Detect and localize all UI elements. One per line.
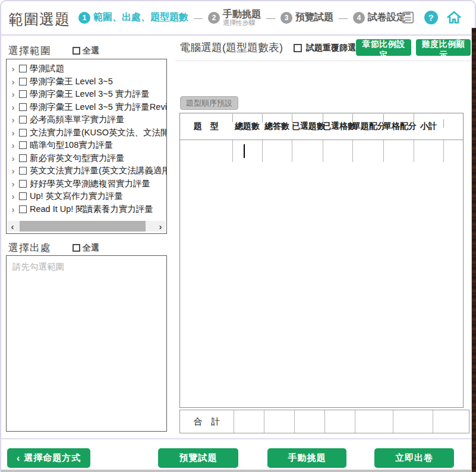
tree-item-checkbox[interactable] (19, 103, 27, 111)
column-header: 題 型 (180, 121, 232, 132)
source-select-all-checkbox[interactable] (72, 244, 80, 252)
range-tree-panel: ›學測試題 ›學測字彙王 Level 3~5 ›學測字彙王 Level 3~5 … (6, 59, 167, 234)
tree-item-label: 英文文法實力評量(英文文法講義適用) (30, 165, 166, 176)
selected-questions-cell[interactable] (292, 140, 323, 162)
step-2-text: 手動挑題 選擇性步驟 (223, 9, 261, 27)
summary-label: 合 計 (180, 410, 234, 433)
step-2-label: 手動挑題 (223, 9, 261, 20)
tree-item-label: 新必背英文句型實力評量 (30, 153, 125, 164)
tree-item-label: 好好學英文學測總複習實力評量 (30, 178, 150, 189)
source-list-panel[interactable]: 請先勾選範圍 (6, 255, 167, 432)
footer-divider (1, 438, 475, 439)
total-questions-cell[interactable] (232, 140, 262, 162)
expand-chevron-icon[interactable]: › (9, 154, 17, 163)
home-icon[interactable] (446, 9, 462, 25)
tree-item[interactable]: ›Up! 英文寫作力實力評量 (9, 190, 166, 203)
tree-item[interactable]: ›好好學英文學測總複習實力評量 (9, 178, 166, 191)
step-2-manual-pick[interactable]: 2 手動挑題 選擇性步驟 (208, 9, 261, 27)
tree-item[interactable]: ›學測試題 (9, 62, 166, 75)
source-section-title: 選擇出處 (8, 241, 51, 255)
scroll-right-icon[interactable]: › (155, 221, 166, 232)
tree-item-checkbox[interactable] (19, 192, 27, 200)
tree-item-checkbox[interactable] (19, 116, 27, 123)
tree-item-checkbox[interactable] (19, 154, 27, 162)
manual-pick-button[interactable]: 手動挑題 (267, 448, 346, 468)
tree-item[interactable]: ›新必背英文句型實力評量 (9, 152, 166, 165)
step-2-number: 2 (208, 12, 220, 24)
scrollbar-thumb[interactable] (20, 221, 146, 232)
source-select-all[interactable]: 全選 (72, 243, 99, 254)
input-caret (244, 144, 245, 158)
range-select-all-label: 全選 (83, 46, 99, 56)
help-icon[interactable]: ? (423, 9, 439, 25)
expand-chevron-icon[interactable]: › (9, 128, 17, 137)
column-header: 單格配分 (383, 121, 414, 132)
duplicate-filter[interactable]: 試題重覆篩選 (294, 43, 356, 53)
help-glyph: ? (424, 11, 438, 24)
range-select-all-checkbox[interactable] (72, 47, 80, 55)
expand-chevron-icon[interactable]: › (9, 103, 17, 112)
step-2-sublabel: 選擇性步驟 (223, 19, 261, 26)
expand-chevron-icon[interactable]: › (9, 141, 17, 150)
panel-divider (175, 61, 471, 61)
column-header: 小計 (414, 121, 443, 132)
tree-item[interactable]: ›瞄準句型108實力評量 (9, 139, 166, 152)
tree-item[interactable]: ›必考高頻率單字實力評量 (9, 113, 166, 126)
total-answers-cell[interactable] (262, 140, 292, 162)
page-scrollbar[interactable] (471, 28, 476, 472)
tree-item-checkbox[interactable] (19, 129, 27, 137)
scroll-left-icon[interactable]: ‹ (7, 221, 18, 232)
back-to-method-button[interactable]: ‹ 選擇命題方式 (7, 448, 90, 468)
step-3-number: 3 (280, 12, 292, 24)
summary-cell (324, 410, 355, 433)
tree-item[interactable]: ›英文文法實力評量(英文文法講義適用) (9, 164, 166, 178)
page: 範圍選題 1 範圍、出處、題型題數 — 2 手動挑題 選擇性步驟 — 3 預覽試… (0, 0, 476, 472)
source-section-header: 選擇出處 全選 (8, 241, 99, 255)
expand-chevron-icon[interactable]: › (9, 115, 17, 124)
tree-item[interactable]: ›學測字彙王 Level 3~5 實力評量Review (9, 101, 166, 114)
tree-horizontal-scrollbar[interactable]: ‹ › (7, 221, 166, 232)
step-1-range[interactable]: 1 範圍、出處、題型題數 (78, 11, 188, 24)
header-divider (1, 34, 475, 36)
extra-cell[interactable] (443, 140, 463, 162)
tree-item-label: 瞄準句型108實力評量 (30, 140, 113, 151)
preview-questions-button[interactable]: 預覽試題 (158, 448, 238, 468)
generate-paper-button[interactable]: 立即出卷 (374, 448, 454, 468)
step-separator: — (265, 12, 276, 23)
expand-chevron-icon[interactable]: › (9, 90, 17, 99)
tree-item-checkbox[interactable] (19, 141, 27, 149)
subtotal-cell[interactable] (414, 140, 443, 162)
expand-chevron-icon[interactable]: › (9, 166, 17, 175)
question-type-cell[interactable] (180, 140, 232, 162)
range-select-all[interactable]: 全選 (72, 46, 99, 56)
expand-chevron-icon[interactable]: › (9, 192, 17, 201)
tree-item-checkbox[interactable] (19, 205, 27, 213)
range-tree: ›學測試題 ›學測字彙王 Level 3~5 ›學測字彙王 Level 3~5 … (7, 59, 166, 216)
tree-item-checkbox[interactable] (19, 167, 27, 175)
tree-item-label: 學測試題 (30, 63, 64, 74)
step-3-preview[interactable]: 3 預覽試題 (280, 11, 333, 24)
difficulty-ratio-button[interactable]: 難度比例顯示 (416, 39, 471, 56)
points-per-question-cell[interactable] (352, 140, 383, 162)
tree-item-checkbox[interactable] (19, 65, 27, 72)
selected-blanks-cell[interactable] (323, 140, 352, 162)
expand-chevron-icon[interactable]: › (9, 64, 17, 73)
save-icon[interactable] (400, 9, 415, 25)
tree-item[interactable]: ›文法實力評量(KUSO英文法、文法開麥拉 (9, 126, 166, 140)
step-indicator: 1 範圍、出處、題型題數 — 2 手動挑題 選擇性步驟 — 3 預覽試題 — 4… (78, 1, 406, 34)
tree-item[interactable]: ›Read It Up! 閱讀素養力實力評量 (9, 203, 166, 216)
expand-chevron-icon[interactable]: › (9, 205, 17, 214)
tree-item-label: 文法實力評量(KUSO英文法、文法開麥拉 (30, 127, 166, 138)
tree-item-checkbox[interactable] (19, 180, 27, 188)
chapter-ratio-button[interactable]: 章節比例設定 (356, 39, 411, 56)
tree-item-checkbox[interactable] (19, 90, 27, 98)
header: 範圍選題 1 範圍、出處、題型題數 — 2 手動挑題 選擇性步驟 — 3 預覽試… (1, 1, 475, 34)
tree-item-checkbox[interactable] (19, 78, 27, 85)
expand-chevron-icon[interactable]: › (9, 179, 17, 188)
tree-item[interactable]: ›學測字彙王 Level 3~5 實力評量 (9, 88, 166, 101)
step-4-paper-settings[interactable]: 4 試卷設定 (353, 11, 406, 24)
tree-item[interactable]: ›學測字彙王 Level 3~5 (9, 75, 166, 88)
expand-chevron-icon[interactable]: › (9, 77, 17, 86)
duplicate-filter-checkbox[interactable] (294, 44, 302, 52)
points-per-blank-cell[interactable] (383, 140, 414, 162)
